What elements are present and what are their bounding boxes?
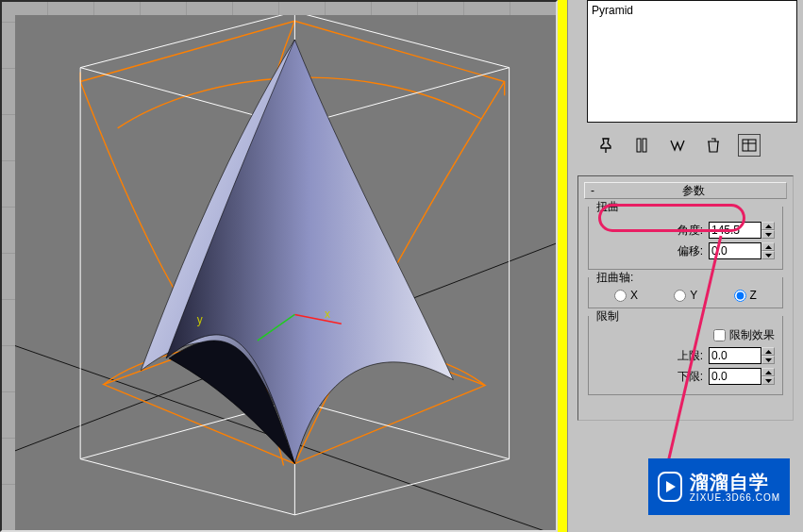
bias-spin-up[interactable] xyxy=(761,242,775,251)
limits-group: 限制 限制效果 上限: 下限: xyxy=(588,316,783,395)
double-v-icon[interactable] xyxy=(666,134,689,157)
trash-icon[interactable] xyxy=(702,134,725,157)
ruler-left xyxy=(2,2,15,530)
lower-spin-up[interactable] xyxy=(761,368,775,376)
axis-group: 扭曲轴: X Y Z xyxy=(588,277,783,308)
twist-group: 扭曲 角度: 偏移: xyxy=(588,207,783,270)
upper-label: 上限: xyxy=(678,348,703,364)
viewport-pane: y x xyxy=(0,0,558,532)
stack-toolbar xyxy=(568,128,803,166)
play-icon xyxy=(658,472,682,502)
bias-row: 偏移: xyxy=(596,242,775,259)
limit-effect-checkbox[interactable] xyxy=(713,329,726,341)
svg-text:y: y xyxy=(197,313,203,326)
axis-legend: 扭曲轴: xyxy=(594,270,635,286)
yellow-separator xyxy=(558,0,567,532)
watermark: 溜溜自学 ZIXUE.3D66.COM xyxy=(648,458,790,515)
upper-spin-up[interactable] xyxy=(761,347,775,356)
angle-spin-up[interactable] xyxy=(761,222,775,230)
watermark-title: 溜溜自学 xyxy=(690,472,780,492)
axis-x-radio[interactable]: X xyxy=(614,289,638,302)
angle-input[interactable] xyxy=(709,222,761,239)
bias-label: 偏移: xyxy=(678,243,703,259)
watermark-url: ZIXUE.3D66.COM xyxy=(690,492,780,503)
preset-icon[interactable] xyxy=(738,134,761,157)
svg-rect-11 xyxy=(643,139,646,152)
axis-z-radio[interactable]: Z xyxy=(734,289,757,302)
angle-row: 角度: xyxy=(596,222,775,239)
rollout-toggle[interactable]: - xyxy=(585,184,600,197)
upper-input[interactable] xyxy=(709,347,761,364)
lower-label: 下限: xyxy=(678,369,703,385)
list-item[interactable]: Pyramid xyxy=(592,3,793,18)
modifier-stack[interactable]: Pyramid xyxy=(587,0,797,123)
lower-spin-down[interactable] xyxy=(761,376,775,385)
axis-y-radio[interactable]: Y xyxy=(674,289,697,302)
bias-spin-down[interactable] xyxy=(761,251,775,259)
viewport-canvas[interactable]: y x xyxy=(15,15,556,530)
parameters-rollout: - 参数 扭曲 角度: 偏移: xyxy=(577,175,794,421)
pyramid-mesh xyxy=(141,40,453,464)
limit-effect-label: 限制效果 xyxy=(729,327,775,343)
svg-rect-12 xyxy=(743,140,756,151)
lower-row: 下限: xyxy=(596,368,775,385)
bias-input[interactable] xyxy=(709,242,761,259)
angle-label: 角度: xyxy=(678,223,703,239)
command-panel: Pyramid - 参数 xyxy=(567,0,803,532)
twist-legend: 扭曲 xyxy=(594,199,621,215)
right-panel-zone: Pyramid - 参数 xyxy=(558,0,803,532)
lower-input[interactable] xyxy=(709,368,761,385)
angle-spin-down[interactable] xyxy=(761,230,775,239)
svg-text:x: x xyxy=(325,308,330,321)
viewport-3d[interactable]: y x xyxy=(15,15,556,530)
upper-row: 上限: xyxy=(596,347,775,364)
pin-icon[interactable] xyxy=(594,134,617,157)
rollout-title: 参数 xyxy=(600,183,786,199)
rollout-header[interactable]: - 参数 xyxy=(584,182,787,199)
upper-spin-down[interactable] xyxy=(761,356,775,364)
limits-legend: 限制 xyxy=(594,308,621,324)
svg-rect-10 xyxy=(637,139,641,152)
config-1-icon[interactable] xyxy=(630,134,653,157)
ruler-top xyxy=(2,2,556,15)
